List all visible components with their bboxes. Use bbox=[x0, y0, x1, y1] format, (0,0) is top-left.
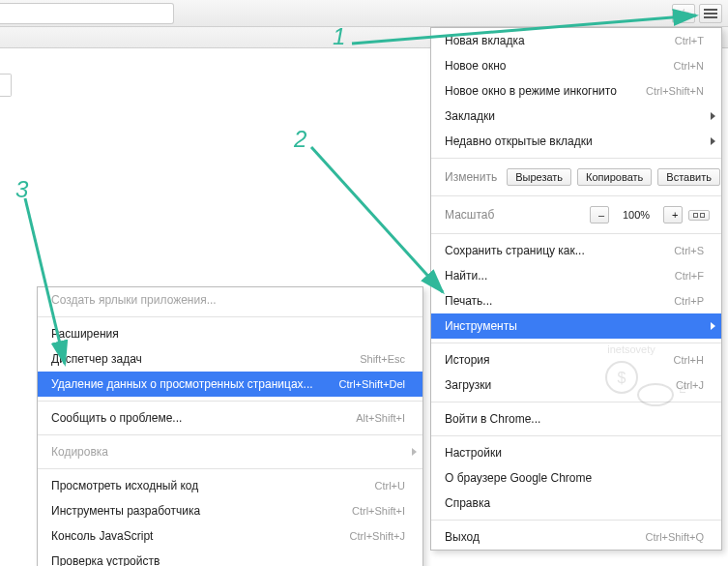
star-icon: ☆ bbox=[678, 7, 690, 20]
menu-signin[interactable]: Войти в Chrome... bbox=[431, 406, 721, 432]
menu-separator bbox=[38, 401, 422, 402]
zoom-out-button[interactable]: – bbox=[590, 206, 609, 223]
fullscreen-button[interactable] bbox=[688, 210, 710, 221]
submenu-extensions[interactable]: Расширения bbox=[38, 321, 422, 346]
menu-save-page[interactable]: Сохранить страницу как... Ctrl+S bbox=[431, 238, 721, 263]
menu-separator bbox=[431, 343, 721, 343]
submenu-js-console[interactable]: Консоль JavaScript Ctrl+Shift+J bbox=[38, 523, 422, 549]
svg-line-6 bbox=[311, 147, 443, 292]
menu-find[interactable]: Найти... Ctrl+F bbox=[431, 263, 721, 288]
menu-separator bbox=[431, 520, 721, 521]
submenu-inspect-devices[interactable]: Проверка устройств bbox=[38, 549, 422, 566]
tools-submenu: Создать ярлыки приложения... Расширения … bbox=[37, 286, 423, 566]
zoom-value: 100% bbox=[615, 209, 657, 221]
menu-separator bbox=[431, 195, 721, 196]
edit-label: Изменить bbox=[445, 170, 497, 184]
browser-toolbar: ☆ bbox=[0, 0, 728, 27]
menu-downloads[interactable]: Загрузки Ctrl+J bbox=[431, 372, 721, 398]
menu-separator bbox=[431, 233, 721, 234]
menu-edit-row: Изменить Вырезать Копировать Вставить bbox=[431, 163, 721, 192]
annotation-step-1: 1 bbox=[333, 25, 345, 48]
menu-zoom-row: Масштаб – 100% + bbox=[431, 200, 721, 229]
zoom-label: Масштаб bbox=[445, 208, 580, 222]
menu-history[interactable]: История Ctrl+H bbox=[431, 347, 721, 372]
chevron-right-icon bbox=[711, 112, 715, 120]
zoom-in-button[interactable]: + bbox=[663, 206, 683, 223]
chevron-right-icon bbox=[711, 322, 715, 330]
fullscreen-icon bbox=[693, 213, 698, 218]
menu-separator bbox=[38, 316, 422, 317]
cut-button[interactable]: Вырезать bbox=[507, 168, 571, 186]
menu-separator bbox=[38, 434, 422, 435]
menu-separator bbox=[431, 158, 721, 159]
page-edge-fragment bbox=[0, 74, 12, 97]
bookmark-star-button[interactable]: ☆ bbox=[672, 4, 695, 23]
main-menu-button[interactable] bbox=[699, 4, 722, 23]
submenu-create-shortcuts[interactable]: Создать ярлыки приложения... bbox=[38, 287, 422, 313]
copy-button[interactable]: Копировать bbox=[577, 168, 652, 186]
menu-about[interactable]: О браузере Google Chrome bbox=[431, 465, 721, 491]
fullscreen-icon bbox=[700, 213, 705, 218]
submenu-dev-tools[interactable]: Инструменты разработчика Ctrl+Shift+I bbox=[38, 498, 422, 523]
menu-incognito[interactable]: Новое окно в режиме инкогнито Ctrl+Shift… bbox=[431, 78, 721, 104]
submenu-encoding[interactable]: Кодировка bbox=[38, 439, 422, 464]
submenu-report-issue[interactable]: Сообщить о проблеме... Alt+Shift+I bbox=[38, 405, 422, 431]
annotation-step-3: 3 bbox=[15, 178, 28, 201]
menu-separator bbox=[431, 402, 721, 402]
main-menu: Новая вкладка Ctrl+T Новое окно Ctrl+N Н… bbox=[430, 27, 722, 551]
menu-bookmarks[interactable]: Закладки bbox=[431, 104, 721, 129]
menu-tools[interactable]: Инструменты bbox=[431, 313, 721, 339]
submenu-view-source[interactable]: Просмотреть исходный код Ctrl+U bbox=[38, 473, 422, 498]
submenu-task-manager[interactable]: Диспетчер задач Shift+Esc bbox=[38, 346, 422, 372]
chevron-right-icon bbox=[711, 137, 715, 145]
menu-separator bbox=[431, 435, 721, 436]
menu-settings[interactable]: Настройки bbox=[431, 440, 721, 465]
menu-exit[interactable]: Выход Ctrl+Shift+Q bbox=[431, 524, 721, 550]
chevron-right-icon bbox=[412, 448, 417, 456]
submenu-clear-browsing-data[interactable]: Удаление данных о просмотренных страница… bbox=[38, 372, 422, 397]
menu-icon bbox=[704, 13, 717, 15]
paste-button[interactable]: Вставить bbox=[657, 168, 720, 186]
address-bar-fragment[interactable] bbox=[0, 3, 174, 24]
menu-new-tab[interactable]: Новая вкладка Ctrl+T bbox=[431, 28, 721, 53]
menu-new-window[interactable]: Новое окно Ctrl+N bbox=[431, 53, 721, 78]
menu-separator bbox=[38, 468, 422, 469]
annotation-step-2: 2 bbox=[294, 128, 306, 151]
menu-recent-tabs[interactable]: Недавно открытые вкладки bbox=[431, 129, 721, 154]
menu-help[interactable]: Справка bbox=[431, 491, 721, 516]
menu-print[interactable]: Печать... Ctrl+P bbox=[431, 288, 721, 313]
